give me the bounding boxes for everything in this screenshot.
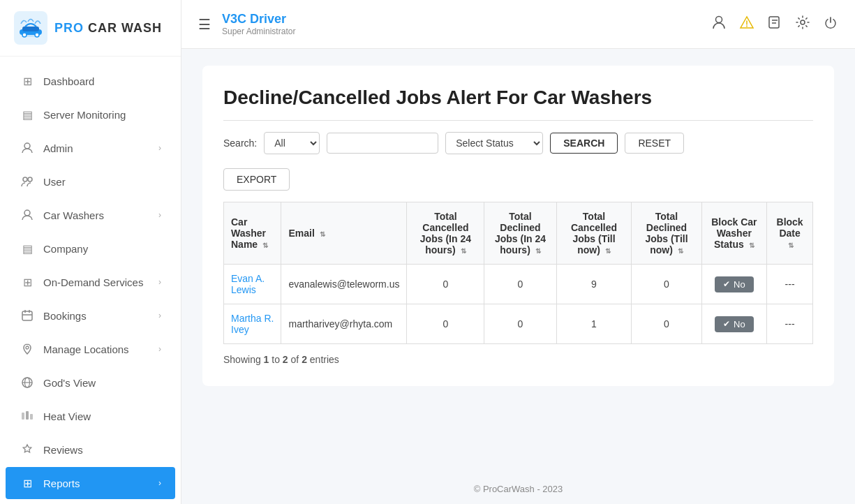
sidebar-item-gods-view[interactable]: God's View <box>6 366 175 399</box>
car-washers-icon <box>20 207 35 223</box>
sidebar-item-admin[interactable]: Admin › <box>6 132 175 164</box>
sidebar-item-bookings[interactable]: Bookings › <box>6 299 175 332</box>
cell-total-cancelled-24: 0 <box>407 265 484 304</box>
sidebar-item-label: Reports <box>43 477 158 489</box>
cell-total-cancelled-till: 9 <box>556 265 632 304</box>
main-area: ☰ V3C Driver Super Administrator <box>181 0 855 504</box>
alert-icon[interactable] <box>739 15 754 34</box>
col-header-total-cancelled-24: Total Cancelled Jobs (In 24 hours) ⇅ <box>407 202 484 265</box>
cell-total-declined-till: 0 <box>632 304 701 344</box>
col-header-block-status: Block Car Washer Status ⇅ <box>701 202 767 265</box>
svg-point-6 <box>24 143 30 149</box>
reset-button[interactable]: RESET <box>625 133 684 154</box>
sort-icon: ⇅ <box>320 230 325 238</box>
sidebar: PRO CAR WASH ⊞ Dashboard ▤ Server Monito… <box>0 0 181 504</box>
search-bar: Search: All Name Email Select Status Act… <box>223 132 813 154</box>
status-select[interactable]: Select Status Active Blocked <box>445 132 543 154</box>
location-icon <box>20 341 35 357</box>
header-title-area: V3C Driver Super Administrator <box>222 12 711 36</box>
svg-rect-10 <box>22 311 32 320</box>
svg-point-7 <box>23 177 27 181</box>
svg-point-11 <box>26 346 29 349</box>
dashboard-icon: ⊞ <box>20 73 35 89</box>
col-header-name: Car Washer Name ⇅ <box>224 202 281 265</box>
sidebar-item-label: Server Monitoring <box>43 109 161 121</box>
search-input[interactable] <box>327 133 438 154</box>
menu-icon[interactable]: ☰ <box>198 16 211 33</box>
svg-point-19 <box>801 20 805 24</box>
col-header-block-date: Block Date ⇅ <box>767 202 813 265</box>
block-status-badge[interactable]: ✔ No <box>715 276 754 292</box>
sidebar-item-server-monitoring[interactable]: ▤ Server Monitoring <box>6 98 175 131</box>
sidebar-item-user[interactable]: User <box>6 165 175 198</box>
chevron-right-icon: › <box>158 478 161 488</box>
svg-point-17 <box>716 17 722 23</box>
block-status-badge[interactable]: ✔ No <box>715 316 754 332</box>
sidebar-item-label: Admin <box>43 142 158 154</box>
settings-icon[interactable] <box>795 15 810 34</box>
sort-icon: ⇅ <box>535 247 541 255</box>
sidebar-item-label: God's View <box>43 377 161 389</box>
table-row: Martha R. Ivey martharivey@rhyta.com 0 0… <box>224 304 813 344</box>
footer-text: © ProCarWash - 2023 <box>474 484 563 494</box>
sidebar-item-label: Company <box>43 243 161 255</box>
logo-icon <box>14 11 47 45</box>
sidebar-item-manage-locations[interactable]: Manage Locations › <box>6 333 175 365</box>
sort-icon: ⇅ <box>678 247 683 255</box>
sidebar-item-reports[interactable]: ⊞ Reports › <box>6 467 175 499</box>
power-icon[interactable] <box>823 15 838 34</box>
chevron-right-icon: › <box>158 277 161 287</box>
entries-to: 2 <box>283 354 288 365</box>
check-icon: ✔ <box>723 319 730 329</box>
gods-view-icon <box>20 375 35 390</box>
cell-block-status: ✔ No <box>701 304 767 344</box>
sidebar-item-earning-report[interactable]: Earning Report › <box>6 501 175 504</box>
footer: © ProCarWash - 2023 <box>181 474 855 504</box>
sidebar-item-dashboard[interactable]: ⊞ Dashboard <box>6 65 175 97</box>
reports-icon: ⊞ <box>20 475 35 491</box>
sidebar-item-company[interactable]: ▤ Company <box>6 232 175 265</box>
page-content: Decline/Cancelled Jobs Alert For Car Was… <box>181 49 855 474</box>
sidebar-item-heat-view[interactable]: Heat View <box>6 400 175 432</box>
cell-total-cancelled-24: 0 <box>407 304 484 344</box>
cell-block-date: --- <box>767 304 813 344</box>
cell-block-status: ✔ No <box>701 265 767 304</box>
header: ☰ V3C Driver Super Administrator <box>181 0 855 49</box>
sidebar-item-car-washers[interactable]: Car Washers › <box>6 199 175 231</box>
content-card: Decline/Cancelled Jobs Alert For Car Was… <box>202 66 834 386</box>
table-row: Evan A. Lewis evanalewis@teleworm.us 0 0… <box>224 265 813 304</box>
sort-icon: ⇅ <box>262 242 268 249</box>
sidebar-nav: ⊞ Dashboard ▤ Server Monitoring Admin › … <box>0 57 181 504</box>
col-header-total-declined-till: Total Declined Jobs (Till now) ⇅ <box>632 202 701 265</box>
sort-icon: ⇅ <box>749 242 754 249</box>
heat-view-icon <box>20 408 35 424</box>
edit-icon[interactable] <box>767 15 782 34</box>
cell-name: Evan A. Lewis <box>224 265 281 304</box>
header-icons <box>711 15 838 34</box>
sidebar-item-label: Bookings <box>43 310 158 322</box>
chevron-right-icon: › <box>158 311 161 320</box>
entries-from: 1 <box>264 354 269 365</box>
sidebar-item-label: Dashboard <box>43 75 161 87</box>
washer-name-link[interactable]: Evan A. Lewis <box>231 273 265 295</box>
search-button[interactable]: SEARCH <box>550 133 618 154</box>
cell-total-declined-till: 0 <box>632 265 701 304</box>
cell-total-cancelled-till: 1 <box>556 304 632 344</box>
header-driver-name: V3C Driver <box>222 12 711 27</box>
sidebar-item-label: User <box>43 176 161 188</box>
search-type-select[interactable]: All Name Email <box>264 132 320 154</box>
sidebar-item-reviews[interactable]: Reviews <box>6 433 175 466</box>
user-profile-icon[interactable] <box>711 15 727 34</box>
page-title: Decline/Cancelled Jobs Alert For Car Was… <box>223 87 813 121</box>
bookings-icon <box>20 308 35 323</box>
cell-email: evanalewis@teleworm.us <box>281 265 407 304</box>
sidebar-item-on-demand[interactable]: ⊞ On-Demand Services › <box>6 266 175 298</box>
svg-point-9 <box>24 210 30 216</box>
export-button[interactable]: EXPORT <box>223 168 290 191</box>
washer-name-link[interactable]: Martha R. Ivey <box>231 313 274 335</box>
sidebar-item-label: Manage Locations <box>43 343 158 355</box>
cell-name: Martha R. Ivey <box>224 304 281 344</box>
chevron-right-icon: › <box>158 143 161 153</box>
cell-email: martharivey@rhyta.com <box>281 304 407 344</box>
col-header-total-cancelled-till: Total Cancelled Jobs (Till now) ⇅ <box>556 202 632 265</box>
